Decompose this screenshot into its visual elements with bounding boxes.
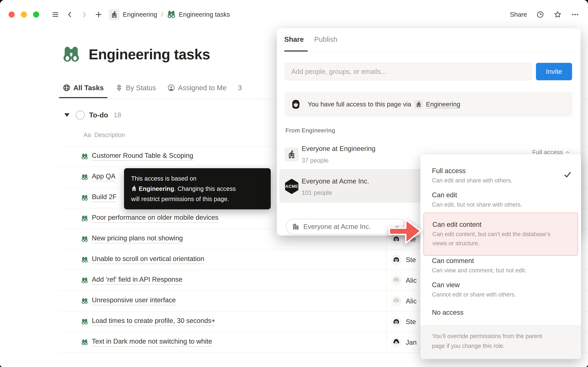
role-menu-option[interactable]: Full access Can edit and share with othe… — [424, 163, 578, 185]
view-tab[interactable]: All Tasks — [63, 84, 104, 92]
avatar — [391, 255, 401, 265]
text-property-icon: Aa — [83, 132, 91, 138]
role-menu-option[interactable]: Can edit content Can edit content, but c… — [424, 213, 578, 256]
role-menu-footer-text: You’ll override permissions from the par… — [432, 331, 551, 351]
access-banner: You have full access to this page via En… — [285, 92, 573, 117]
engineering-link[interactable]: Engineering — [426, 101, 460, 108]
binoculars-icon — [81, 194, 88, 201]
role-option-description: Cannot edit or share with others. — [432, 290, 570, 299]
binoculars-icon — [81, 174, 88, 181]
history-clock-icon[interactable] — [536, 10, 545, 19]
sidebar-menu-icon[interactable] — [51, 10, 60, 19]
task-title-link[interactable]: Add ‘ref’ field in API Response — [92, 275, 182, 284]
assignee-name: Alic — [406, 297, 417, 305]
role-menu-footer: You’ll override permissions from the par… — [420, 325, 581, 359]
role-menu-option[interactable]: Can view Cannot edit or share with other… — [424, 277, 578, 299]
assignee-name: Jan — [406, 339, 417, 346]
more-options-icon[interactable] — [571, 10, 579, 19]
minimize-window-button[interactable] — [21, 11, 27, 17]
column-header[interactable]: Aa Description — [83, 132, 125, 138]
collapse-toggle-icon[interactable] — [64, 113, 69, 117]
assignee-cell[interactable]: Jan — [391, 337, 417, 347]
role-menu-option[interactable]: Can comment Can view and comment, but no… — [424, 253, 578, 275]
column-header-label: Description — [94, 132, 125, 138]
task-title-link[interactable]: Unable to scroll on vertical orientation — [92, 255, 204, 264]
view-tab-icon — [167, 84, 175, 92]
school-building-icon — [285, 147, 299, 161]
assignee-cell[interactable]: Alic — [391, 275, 417, 285]
view-tab[interactable]: 3 — [238, 84, 242, 92]
task-title-link[interactable]: New pricing plans not showing — [92, 234, 183, 243]
school-building-icon — [109, 9, 120, 20]
back-icon[interactable] — [66, 10, 74, 19]
task-title-link[interactable]: Text in Dark mode not switching to white — [92, 337, 212, 347]
new-page-icon[interactable] — [94, 10, 103, 19]
access-banner-message: You have full access to this page via — [308, 101, 411, 108]
task-title-link[interactable]: Unresponsive user interface — [92, 296, 176, 305]
check-icon — [563, 170, 572, 179]
role-option-title: Can view — [432, 280, 570, 290]
group-count: 18 — [114, 111, 121, 119]
tooltip-org-name: Engineering — [139, 185, 174, 192]
window-controls — [9, 11, 39, 17]
breadcrumb-separator: / — [161, 11, 163, 18]
role-option-title: Full access — [432, 166, 570, 175]
view-tab[interactable]: Assigned to Me — [167, 84, 226, 92]
member-count: 101 people — [302, 189, 332, 196]
task-title-link[interactable]: Poor performance on older mobile devices — [92, 213, 218, 223]
binoculars-icon — [81, 318, 88, 325]
view-tab-label: 3 — [238, 84, 242, 92]
avatar — [391, 275, 401, 285]
breadcrumb: Engineering / Engineering tasks — [109, 9, 230, 20]
breadcrumb-label: Engineering — [123, 11, 157, 18]
view-tabs: All Tasks By Status Assigned to Me — [63, 83, 242, 93]
binoculars-icon — [81, 236, 88, 243]
assignee-cell[interactable]: Ste — [391, 255, 416, 265]
binoculars-icon — [62, 45, 80, 64]
assignee-cell[interactable]: Ste — [391, 317, 416, 327]
group-header: To-do 18 — [64, 110, 121, 120]
binoculars-icon — [81, 256, 88, 263]
zoom-window-button[interactable] — [33, 11, 39, 17]
scope-selector-label: Everyone at Acme Inc. — [303, 223, 390, 230]
role-menu-option[interactable]: Can edit Can edit, but not share with ot… — [424, 187, 578, 209]
tab-share[interactable]: Share — [284, 35, 304, 43]
tooltip-line-1: This access is based on — [131, 173, 264, 184]
member-name[interactable]: Everyone at Acme Inc. — [302, 177, 369, 185]
task-title-link[interactable]: Build 2F — [92, 193, 117, 202]
task-title-link[interactable]: Customer Round Table & Scoping — [92, 151, 193, 161]
role-option-title: Can comment — [432, 256, 570, 266]
invite-button[interactable]: Invite — [536, 63, 572, 80]
member-count: 37 people — [302, 157, 329, 164]
group-name[interactable]: To-do — [89, 111, 108, 119]
assignee-name: Ste — [406, 256, 416, 264]
view-tab[interactable]: By Status — [115, 84, 156, 92]
dialog-divider — [277, 51, 581, 51]
office-building-icon — [292, 223, 299, 230]
binoculars-icon — [81, 277, 88, 284]
close-window-button[interactable] — [9, 11, 15, 17]
invite-input[interactable] — [285, 63, 532, 80]
forward-icon[interactable] — [80, 10, 88, 19]
share-button[interactable]: Share — [510, 11, 527, 18]
role-option-title: No access — [432, 308, 570, 317]
view-tab-icon — [63, 84, 71, 92]
task-title-link[interactable]: App QA — [92, 172, 115, 181]
school-building-icon — [131, 184, 137, 190]
favorite-star-icon[interactable] — [553, 10, 562, 19]
assignee-cell[interactable]: Alic — [391, 296, 417, 306]
binoculars-icon — [81, 153, 88, 160]
page-title: Engineering tasks — [89, 46, 210, 63]
avatar — [391, 337, 401, 347]
breadcrumb-item-engineering-tasks[interactable]: Engineering tasks — [167, 10, 230, 19]
role-menu-option[interactable]: No access — [424, 305, 578, 317]
avatar — [289, 98, 303, 111]
assignee-name: Ste — [406, 318, 416, 325]
task-title-link[interactable]: Load times to create profile, 30 seconds… — [92, 317, 215, 326]
breadcrumb-item-engineering[interactable]: Engineering — [109, 9, 157, 20]
access-tooltip: This access is based on Engineering. Cha… — [124, 168, 271, 209]
tab-publish[interactable]: Publish — [314, 35, 337, 43]
active-tab-underline — [284, 50, 308, 51]
todo-status-icon — [76, 110, 85, 120]
member-name[interactable]: Everyone at Engineering — [302, 144, 375, 153]
